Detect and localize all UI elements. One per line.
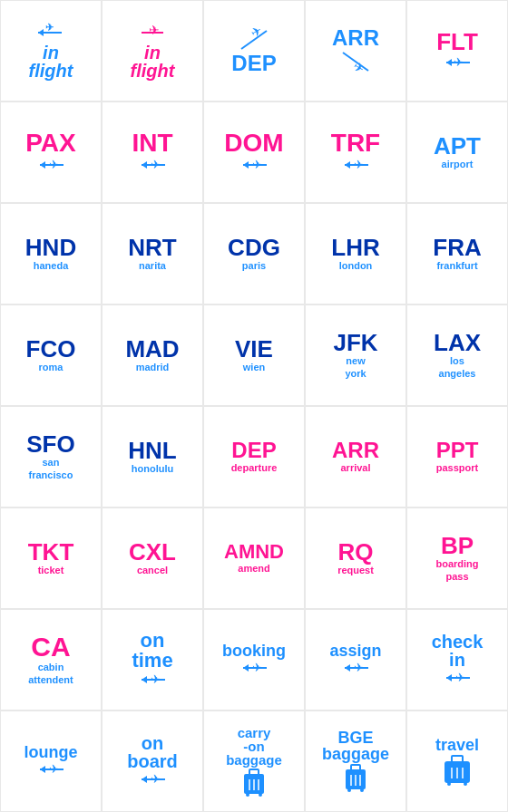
svg-point-61 bbox=[447, 782, 451, 786]
lhr-sublabel: london bbox=[339, 260, 373, 272]
svg-text:✈: ✈ bbox=[252, 158, 262, 171]
svg-marker-37 bbox=[40, 766, 45, 773]
cell-lhr: LHR london bbox=[305, 203, 406, 304]
cell-cxl: CXL cancel bbox=[102, 508, 203, 609]
svg-text:✈: ✈ bbox=[151, 772, 161, 786]
inflight-label-2: in flight bbox=[131, 44, 175, 80]
cell-dep-2: DEP departure bbox=[203, 406, 305, 508]
cell-arr-2: ARR arrival bbox=[305, 406, 406, 508]
svg-text:✈: ✈ bbox=[149, 23, 160, 37]
cell-dep-1: ✈ DEP bbox=[203, 0, 305, 102]
cell-bp: BP boarding pass bbox=[406, 508, 508, 609]
assign-label: assign bbox=[329, 643, 381, 659]
on-board-icon: ✈ bbox=[136, 770, 169, 788]
cell-nrt: NRT narita bbox=[102, 203, 203, 304]
cell-on-time: on time ✈ bbox=[102, 609, 203, 710]
cell-sfo: SFO san francisco bbox=[0, 406, 102, 508]
cell-ppt: PPT passport bbox=[406, 406, 508, 508]
svg-marker-40 bbox=[142, 776, 147, 783]
hnl-sublabel: honolulu bbox=[132, 463, 173, 475]
lounge-icon: ✈ bbox=[34, 760, 67, 778]
cell-arr-1: ARR ✈ bbox=[305, 0, 406, 102]
cell-cdg: CDG paris bbox=[203, 203, 305, 304]
cell-inflight-1: ✈ in flight bbox=[0, 0, 102, 102]
vie-label: VIE bbox=[235, 337, 273, 361]
svg-point-47 bbox=[246, 793, 249, 797]
cell-fco: FCO roma bbox=[0, 304, 102, 406]
travel-label: travel bbox=[435, 737, 479, 753]
svg-text:✈: ✈ bbox=[351, 59, 367, 74]
svg-text:✈: ✈ bbox=[252, 661, 262, 674]
svg-marker-19 bbox=[243, 161, 249, 169]
svg-text:✈: ✈ bbox=[454, 55, 464, 69]
svg-marker-34 bbox=[446, 674, 452, 682]
int-label: INT bbox=[132, 130, 172, 156]
trf-label: TRF bbox=[331, 130, 380, 156]
lhr-label: LHR bbox=[331, 236, 379, 259]
dom-icon: ✈ bbox=[238, 156, 270, 174]
cell-dom: DOM ✈ bbox=[203, 102, 305, 203]
svg-marker-25 bbox=[142, 676, 147, 683]
int-icon: ✈ bbox=[136, 156, 169, 174]
cell-bge: BGE baggage bbox=[305, 710, 406, 812]
sfo-sublabel: san francisco bbox=[29, 457, 73, 480]
svg-text:✈: ✈ bbox=[49, 158, 59, 171]
cell-hnd: HND haneda bbox=[0, 203, 102, 304]
cell-rq: RQ request bbox=[305, 508, 406, 609]
cell-int: INT ✈ bbox=[102, 102, 203, 203]
bp-sublabel: boarding pass bbox=[435, 558, 478, 582]
svg-point-54 bbox=[347, 788, 351, 792]
svg-text:✈: ✈ bbox=[45, 22, 54, 33]
fco-sublabel: roma bbox=[39, 362, 64, 373]
svg-rect-50 bbox=[351, 765, 360, 770]
rq-label: RQ bbox=[338, 540, 374, 564]
on-time-icon: ✈ bbox=[136, 671, 169, 689]
amnd-sublabel: amend bbox=[238, 563, 269, 575]
rq-sublabel: request bbox=[337, 565, 374, 576]
assign-icon: ✈ bbox=[339, 659, 372, 677]
mad-label: MAD bbox=[125, 337, 179, 361]
svg-text:✈: ✈ bbox=[151, 672, 161, 686]
inflight-icon-1: ✈ bbox=[34, 22, 67, 44]
bge-label: BGE baggage bbox=[322, 730, 389, 762]
bge-suitcase-icon bbox=[343, 762, 368, 793]
cell-apt: APT airport bbox=[406, 102, 508, 203]
dep-sublabel-2: departure bbox=[231, 462, 278, 474]
svg-marker-22 bbox=[345, 161, 350, 169]
cell-booking: booking ✈ bbox=[203, 609, 305, 710]
cell-vie: VIE wien bbox=[203, 304, 305, 406]
hnl-label: HNL bbox=[128, 439, 176, 462]
cdg-sublabel: paris bbox=[242, 260, 266, 272]
on-board-label: on board bbox=[127, 734, 178, 770]
inflight-label-1: in flight bbox=[29, 44, 73, 80]
svg-marker-13 bbox=[40, 161, 45, 169]
cell-lax: LAX los angeles bbox=[406, 304, 508, 406]
dep-label-2: DEP bbox=[231, 440, 276, 461]
cell-on-board: on board ✈ bbox=[102, 710, 203, 812]
fco-label: FCO bbox=[26, 337, 76, 361]
hnd-label: HND bbox=[25, 236, 76, 259]
ppt-sublabel: passport bbox=[436, 462, 478, 474]
cell-amnd: AMND amend bbox=[203, 508, 305, 609]
booking-label: booking bbox=[222, 643, 286, 659]
ca-sublabel: cabin attendent bbox=[28, 662, 73, 685]
svg-text:✈: ✈ bbox=[49, 762, 59, 776]
cell-check-in: check in ✈ bbox=[406, 609, 508, 710]
cell-mad: MAD madrid bbox=[102, 304, 203, 406]
dep-label-1: DEP bbox=[231, 53, 276, 74]
ca-label: CA bbox=[31, 633, 70, 661]
lax-label: LAX bbox=[434, 331, 481, 354]
cell-lounge: lounge ✈ bbox=[0, 710, 102, 812]
cell-travel: travel bbox=[406, 710, 508, 812]
svg-text:✈: ✈ bbox=[151, 158, 161, 171]
nrt-label: NRT bbox=[128, 236, 176, 259]
svg-rect-43 bbox=[249, 769, 259, 775]
svg-marker-16 bbox=[142, 161, 147, 169]
jfk-label: JFK bbox=[333, 331, 377, 354]
apt-sublabel: airport bbox=[442, 159, 474, 170]
trf-icon: ✈ bbox=[339, 156, 372, 174]
arr-sublabel-2: arrival bbox=[340, 462, 370, 474]
svg-point-55 bbox=[360, 788, 364, 792]
svg-point-48 bbox=[259, 793, 262, 797]
svg-marker-31 bbox=[345, 664, 350, 672]
